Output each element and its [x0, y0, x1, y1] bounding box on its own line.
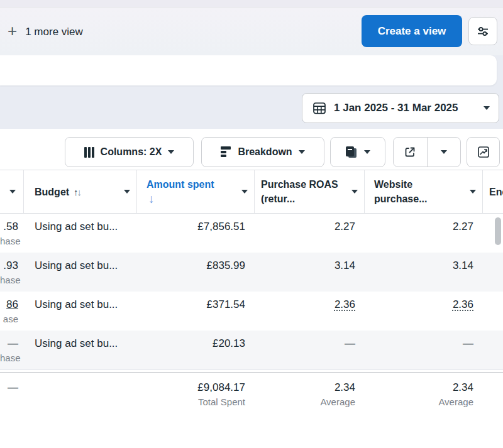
amount-spent-cell: £7,856.51 [137, 214, 255, 253]
ends-header-label: Ends [489, 185, 503, 199]
vertical-scrollbar-thumb[interactable] [495, 217, 501, 245]
more-views-button[interactable]: + 1 more view [8, 8, 83, 55]
cost-sub-label: ase [0, 314, 18, 324]
cost-sub-label: hase [0, 236, 18, 246]
export-icon [404, 146, 416, 158]
table-row: .58 hase Using ad set bu... £7,856.51 2.… [0, 214, 503, 253]
reports-icon [346, 146, 358, 158]
caret-down-icon [299, 150, 305, 154]
sort-icon: ↑↓ [74, 187, 80, 197]
more-views-label: 1 more view [25, 26, 83, 38]
caret-down-icon [470, 190, 476, 194]
amount-spent-cell: £371.54 [137, 292, 255, 331]
table-summary-row: — £9,084.17 Total Spent 2.34 Average 2.3… [0, 372, 503, 425]
budget-cell: Using ad set bu... [24, 292, 137, 331]
breakdown-dropdown-button[interactable]: Breakdown [201, 137, 324, 167]
cost-per-purchase-cell: .58 hase [0, 214, 24, 253]
top-strip [0, 0, 503, 8]
adjust-sliders-icon [476, 25, 490, 38]
cost-total-cell: — [0, 373, 24, 394]
purchase-roas-cell: 3.14 [255, 253, 365, 292]
column-header-budget[interactable]: Budget ↑↓ [24, 170, 137, 213]
column-header-ends[interactable]: Ends [483, 170, 503, 213]
average-label: Average [365, 396, 473, 407]
purchase-roas-value-link[interactable]: 2.36 [334, 298, 355, 310]
amount-spent-cell: £20.13 [137, 331, 255, 369]
cost-sub-label: hase [0, 352, 18, 363]
amount-spent-total-cell: £9,084.17 Total Spent [137, 373, 255, 407]
caret-down-icon [441, 150, 447, 154]
website-purchase-cell: — [365, 331, 483, 369]
breakdown-label: Breakdown [238, 146, 292, 158]
sorted-descending-icon: ↓ [148, 193, 254, 205]
caret-down-icon [241, 190, 248, 194]
reports-dropdown-button[interactable] [330, 137, 385, 167]
budget-cell: Using ad set bu... [24, 214, 137, 253]
amount-spent-header-label: Amount spent [146, 179, 214, 190]
date-range-label: 1 Jan 2025 - 31 Mar 2025 [334, 102, 477, 114]
export-button[interactable] [394, 138, 427, 167]
website-purchase-header-label: Website purchase... [374, 177, 459, 206]
budget-header-label: Budget [35, 185, 69, 199]
table-header: t Budget ↑↓ Amount spent ↓ Purchase ROAS… [0, 170, 503, 214]
website-purchase-value-link[interactable]: 2.36 [453, 298, 473, 310]
caret-down-icon [124, 190, 130, 194]
columns-icon [84, 147, 94, 158]
table-row: — hase Using ad set bu... £20.13 — — [0, 331, 503, 369]
purchase-roas-header-label: Purchase ROAS (retur... [261, 177, 346, 206]
purchase-roas-cell: 2.36 [255, 292, 365, 331]
columns-label: Columns: 2X [101, 146, 162, 158]
charts-button[interactable] [467, 137, 500, 167]
caret-down-icon [168, 150, 174, 154]
export-options-button[interactable] [428, 138, 461, 167]
caret-down-icon [351, 190, 358, 194]
plus-icon: + [8, 23, 17, 39]
cost-value-link[interactable]: 86 [6, 298, 18, 310]
purchase-roas-average-cell: 2.34 Average [255, 373, 365, 407]
tab-panel-edge [0, 55, 497, 85]
budget-cell: Using ad set bu... [24, 253, 137, 292]
views-bar: + 1 more view Create a view [0, 8, 503, 55]
date-range-picker[interactable]: 1 Jan 2025 - 31 Mar 2025 [302, 93, 499, 123]
purchase-roas-cell: — [255, 331, 365, 369]
cost-per-purchase-cell: 86 ase [0, 292, 24, 331]
cost-per-purchase-cell: .93 hase [0, 253, 24, 292]
website-purchase-cell: 3.14 [365, 253, 483, 292]
chart-trend-icon [477, 145, 490, 159]
table-card: Columns: 2X Breakdown [0, 129, 503, 448]
view-settings-button[interactable] [468, 17, 497, 45]
caret-down-icon [484, 106, 490, 110]
caret-down-icon [364, 150, 370, 154]
column-header-purchase-roas[interactable]: Purchase ROAS (retur... [255, 170, 365, 213]
cost-sub-label: hase [0, 275, 18, 285]
budget-cell: Using ad set bu... [24, 331, 137, 369]
cost-per-purchase-cell: — hase [0, 331, 24, 369]
column-header-website-purchase[interactable]: Website purchase... [365, 170, 483, 213]
table-row: .93 hase Using ad set bu... £835.99 3.14… [0, 253, 503, 292]
total-spent-label: Total Spent [137, 396, 245, 407]
export-split-button [393, 137, 461, 167]
ads-manager-screen: + 1 more view Create a view [0, 0, 503, 448]
table-body: .58 hase Using ad set bu... £7,856.51 2.… [0, 214, 503, 370]
column-header-cost-clipped[interactable]: t [0, 170, 24, 213]
calendar-icon [312, 101, 327, 116]
purchase-roas-cell: 2.27 [255, 214, 365, 253]
website-purchase-average-cell: 2.34 Average [365, 373, 483, 407]
column-header-amount-spent[interactable]: Amount spent ↓ [137, 170, 255, 213]
website-purchase-cell: 2.27 [365, 214, 483, 253]
website-purchase-cell: 2.36 [365, 292, 483, 331]
average-label: Average [255, 396, 355, 407]
caret-down-icon [9, 190, 16, 194]
columns-dropdown-button[interactable]: Columns: 2X [65, 137, 194, 167]
breakdown-icon [221, 146, 231, 158]
amount-spent-cell: £835.99 [137, 253, 255, 292]
table-row: 86 ase Using ad set bu... £371.54 2.36 2… [0, 292, 503, 331]
create-a-view-button[interactable]: Create a view [362, 15, 462, 47]
